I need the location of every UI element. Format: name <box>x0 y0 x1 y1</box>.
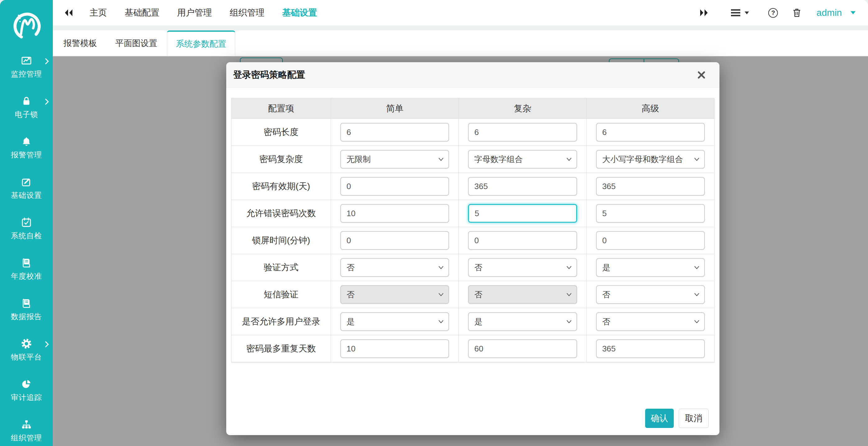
multi-user-login-simple-select[interactable]: 是 <box>340 312 449 331</box>
sidebar-item-label: 物联平台 <box>11 352 42 362</box>
caret-down-icon[interactable] <box>850 11 856 14</box>
sidebar-item-monitor-management[interactable]: 监控管理 <box>0 51 53 91</box>
multi-user-login-complex-select[interactable]: 是 <box>468 312 577 331</box>
password-validity-complex-input[interactable] <box>468 177 577 196</box>
sidebar: 监控管理 电子锁 报警管理 基础设置 <box>0 0 53 446</box>
lock-screen-complex-input[interactable] <box>468 231 577 250</box>
chevron-down-icon <box>566 265 571 270</box>
sidebar-item-label: 年度校准 <box>11 271 42 281</box>
tabbar: 报警模板 平面图设置 系统参数配置 <box>53 30 868 56</box>
tab-alarm-template[interactable]: 报警模板 <box>55 30 106 56</box>
sidebar-item-organization-management[interactable]: 组织管理 <box>0 415 53 446</box>
collapse-menu-icon[interactable] <box>64 9 73 17</box>
modal-header: 登录密码策略配置 <box>226 62 719 88</box>
sidebar-item-label: 基础设置 <box>11 190 42 200</box>
table-row-lock-screen-minutes: 锁屏时间(分钟) <box>231 227 714 254</box>
sidebar-item-data-report[interactable]: 数据报告 <box>0 293 53 334</box>
row-label: 验证方式 <box>231 254 331 281</box>
sidebar-item-iot-platform[interactable]: 物联平台 <box>0 334 53 374</box>
table-row-multi-user-login: 是否允许多用户登录 是 是 <box>231 308 714 335</box>
cancel-button[interactable]: 取消 <box>679 409 709 428</box>
nav-item-basic-config[interactable]: 基础配置 <box>125 7 159 19</box>
lock-screen-advanced-input[interactable] <box>596 231 705 250</box>
nav-item-home[interactable]: 主页 <box>90 7 107 19</box>
max-repeat-days-advanced-input[interactable] <box>596 339 705 358</box>
row-label: 密码有效期(天) <box>231 173 331 200</box>
sidebar-item-basic-settings[interactable]: 基础设置 <box>0 172 53 212</box>
password-length-advanced-input[interactable] <box>596 123 705 142</box>
password-complexity-complex-select[interactable]: 字母数字组合 <box>468 150 577 169</box>
caret-down-icon <box>745 10 749 16</box>
calendar-check-icon <box>21 216 32 229</box>
sidebar-item-annual-calibration[interactable]: 年度校准 <box>0 253 53 293</box>
password-validity-simple-input[interactable] <box>340 177 449 196</box>
chevron-down-icon <box>566 156 571 162</box>
chevron-right-icon <box>45 98 49 106</box>
max-repeat-days-simple-input[interactable] <box>340 339 449 358</box>
row-label: 是否允许多用户登录 <box>231 308 331 335</box>
chevron-down-icon <box>438 265 443 270</box>
lock-icon <box>21 95 32 107</box>
column-header-advanced: 高级 <box>586 98 714 119</box>
tab-system-parameter-config[interactable]: 系统参数配置 <box>167 30 235 56</box>
row-label: 密码最多重复天数 <box>231 335 331 362</box>
row-label: 锁屏时间(分钟) <box>231 227 331 254</box>
verification-method-simple-select[interactable]: 否 <box>340 258 449 277</box>
wrong-attempts-advanced-input[interactable] <box>596 204 705 223</box>
table-row-verification-method: 验证方式 否 否 <box>231 254 714 281</box>
sidebar-item-label: 组织管理 <box>11 433 42 443</box>
max-repeat-days-complex-input[interactable] <box>468 339 577 358</box>
current-user[interactable]: admin <box>816 7 842 18</box>
chevron-down-icon <box>694 319 699 324</box>
sidebar-item-label: 数据报告 <box>11 311 42 322</box>
sidebar-item-system-self-check[interactable]: 系统自检 <box>0 212 53 253</box>
sms-verification-advanced-select[interactable]: 否 <box>596 285 705 304</box>
password-length-simple-input[interactable] <box>340 123 449 142</box>
edit-icon <box>21 176 32 188</box>
sidebar-item-label: 报警管理 <box>11 150 42 160</box>
column-header-config-item: 配置项 <box>231 98 331 119</box>
login-password-policy-modal: 登录密码策略配置 配置项 简单 复杂 高级 密码长度 <box>226 62 719 435</box>
password-length-complex-input[interactable] <box>468 123 577 142</box>
sidebar-item-audit-trail[interactable]: 审计追踪 <box>0 374 53 415</box>
sidebar-nav: 监控管理 电子锁 报警管理 基础设置 <box>0 51 53 446</box>
column-header-complex: 复杂 <box>459 98 586 119</box>
row-label: 短信验证 <box>231 281 331 308</box>
lock-screen-simple-input[interactable] <box>340 231 449 250</box>
table-header-row: 配置项 简单 复杂 高级 <box>231 98 714 119</box>
wrong-attempts-complex-input[interactable] <box>468 204 577 223</box>
close-icon[interactable] <box>696 70 706 80</box>
expand-menu-icon[interactable] <box>699 9 709 17</box>
help-icon[interactable]: ? <box>768 8 778 18</box>
password-complexity-advanced-select[interactable]: 大小写字母和数字组合 <box>596 150 705 169</box>
password-complexity-simple-select[interactable]: 无限制 <box>340 150 449 169</box>
nav-item-user-management[interactable]: 用户管理 <box>177 7 212 19</box>
nav-item-basic-settings[interactable]: 基础设置 <box>282 7 317 19</box>
bell-icon <box>21 135 32 148</box>
confirm-button[interactable]: 确认 <box>645 409 674 428</box>
chevron-down-icon <box>694 265 699 270</box>
book-icon <box>21 257 32 269</box>
trash-icon[interactable] <box>792 8 802 18</box>
chevron-down-icon <box>438 319 443 324</box>
tab-floorplan-settings[interactable]: 平面图设置 <box>106 30 166 56</box>
sidebar-item-alarm-management[interactable]: 报警管理 <box>0 131 53 172</box>
chevron-down-icon <box>438 156 443 162</box>
modal-title: 登录密码策略配置 <box>233 69 305 81</box>
row-label: 密码长度 <box>231 119 331 146</box>
nav-item-organization-management[interactable]: 组织管理 <box>230 7 265 19</box>
pie-chart-icon <box>21 378 32 390</box>
sidebar-item-electronic-lock[interactable]: 电子锁 <box>0 91 53 131</box>
sidebar-item-label: 监控管理 <box>11 69 42 79</box>
chevron-down-icon <box>566 319 571 324</box>
verification-method-advanced-select[interactable]: 是 <box>596 258 705 277</box>
wrong-attempts-simple-input[interactable] <box>340 204 449 223</box>
table-row-password-length: 密码长度 <box>231 119 714 146</box>
column-header-simple: 简单 <box>331 98 459 119</box>
main-nav: 主页 基础配置 用户管理 组织管理 基础设置 <box>90 7 317 19</box>
modal-actions: 确认 取消 <box>645 409 709 428</box>
password-validity-advanced-input[interactable] <box>596 177 705 196</box>
list-menu-icon[interactable] <box>730 9 749 17</box>
multi-user-login-advanced-select[interactable]: 否 <box>596 312 705 331</box>
verification-method-complex-select[interactable]: 否 <box>468 258 577 277</box>
